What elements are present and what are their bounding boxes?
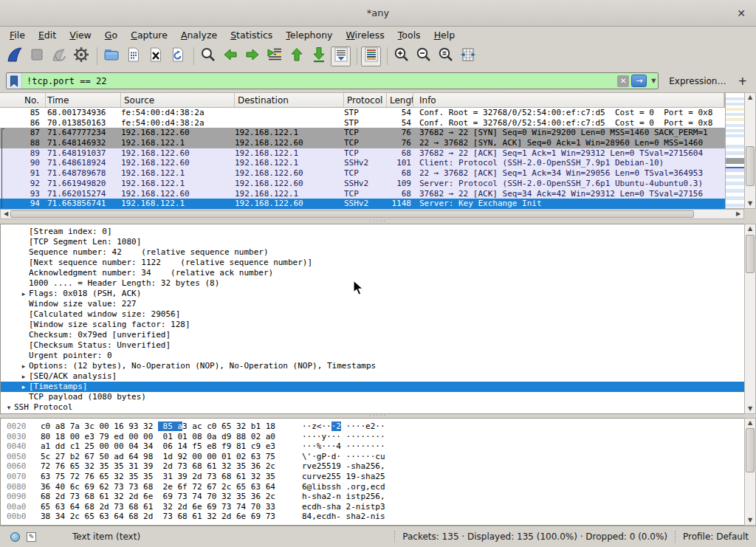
intelligent-scrollbar-minimap[interactable] (725, 92, 744, 209)
details-vscrollbar[interactable]: ▲ ▼ (744, 224, 756, 414)
hex-row[interactable]: 0020c0 a8 7a 3c 00 16 93 32 85 a3 ac c0 … (7, 422, 744, 432)
menu-file[interactable]: File (3, 27, 32, 43)
open-file-button[interactable] (101, 47, 121, 66)
menu-capture[interactable]: Capture (124, 27, 174, 43)
hex-row[interactable]: 0040a1 dd c1 25 00 00 04 34 06 14 f5 e8 … (7, 441, 744, 452)
scrollbar-thumb[interactable] (10, 210, 694, 218)
detail-line[interactable]: Window size value: 227 (1, 299, 744, 309)
detail-line[interactable]: 1000 .... = Header Length: 32 bytes (8) (1, 278, 744, 289)
menu-analyze[interactable]: Analyze (174, 27, 224, 43)
restart-capture-button[interactable] (49, 47, 69, 66)
column-header-info[interactable]: Info (413, 93, 724, 107)
bytes-vscrollbar[interactable]: ▲ ▼ (744, 418, 756, 526)
scroll-down-icon[interactable]: ▼ (745, 516, 755, 525)
menu-go[interactable]: Go (98, 27, 124, 43)
detail-line[interactable]: Checksum: 0x79ed [unverified] (1, 330, 744, 340)
expander-down-icon[interactable]: ▾ (4, 402, 14, 413)
scroll-up-icon[interactable]: ▲ (745, 93, 755, 102)
menu-view[interactable]: View (63, 27, 98, 43)
zoom-out-button[interactable] (413, 47, 433, 66)
colorize-button[interactable] (361, 47, 381, 66)
go-to-packet-button[interactable] (264, 47, 284, 66)
expander-right-icon[interactable]: ▸ (18, 371, 29, 382)
title-bar[interactable]: *any ✕ (0, 0, 756, 27)
detail-line[interactable]: Urgent pointer: 0 (1, 351, 744, 361)
packet-row[interactable]: 8568.001734936fe:54:00:d4:38:2aSTP54Conf… (0, 108, 725, 118)
filter-dropdown-caret-icon[interactable]: ▼ (649, 78, 658, 84)
scrollbar-thumb[interactable] (746, 235, 755, 273)
scrollbar-thumb[interactable] (746, 146, 755, 186)
detail-line[interactable]: ▸[SEQ/ACK analysis] (1, 371, 744, 382)
auto-scroll-button[interactable] (331, 47, 351, 66)
detail-line[interactable]: Acknowledgment number: 34 (relative ack … (1, 268, 744, 278)
detail-line[interactable]: [Checksum Status: Unverified] (1, 340, 744, 351)
scroll-right-icon[interactable]: ▶ (733, 210, 743, 219)
scroll-down-icon[interactable]: ▼ (745, 199, 755, 208)
column-header-no[interactable]: No. (0, 93, 46, 107)
packet-row[interactable]: 9271.661949820192.168.122.1192.168.122.6… (0, 179, 725, 189)
hex-row[interactable]: 006072 76 65 32 35 35 31 39 2d 73 68 61 … (7, 461, 744, 472)
packet-row[interactable]: 9371.662015274192.168.122.60192.168.122.… (0, 189, 725, 199)
capture-options-button[interactable] (71, 47, 91, 66)
menu-telephony[interactable]: Telephony (279, 27, 339, 43)
capture-comment-icon[interactable]: ✎ (27, 532, 36, 542)
packet-list-vscrollbar[interactable]: ▲ ▼ (744, 92, 756, 209)
menu-tools[interactable]: Tools (391, 27, 427, 43)
expression-button[interactable]: Expression… (669, 76, 726, 86)
menu-statistics[interactable]: Statistics (224, 27, 279, 43)
menu-wireless[interactable]: Wireless (340, 27, 391, 43)
expander-right-icon[interactable]: ▸ (18, 289, 29, 299)
packet-row[interactable]: 9171.648789678192.168.122.1192.168.122.6… (0, 168, 725, 179)
detail-line[interactable]: Sequence number: 42 (relative sequence n… (1, 247, 744, 258)
packet-row[interactable]: 8871.648146932192.168.122.1192.168.122.6… (0, 138, 725, 148)
scroll-up-icon[interactable]: ▲ (745, 224, 755, 233)
zoom-in-button[interactable] (391, 47, 411, 66)
column-header-destination[interactable]: Destination (235, 93, 344, 107)
resize-columns-button[interactable] (458, 47, 478, 66)
detail-line[interactable]: TCP payload (1080 bytes) (1, 392, 744, 402)
go-last-button[interactable] (309, 47, 329, 66)
detail-line[interactable]: [TCP Segment Len: 1080] (1, 237, 744, 247)
packet-row[interactable]: 9071.648618924192.168.122.60192.168.122.… (0, 158, 725, 168)
packet-row[interactable]: 9471.663856741192.168.122.1192.168.122.6… (0, 199, 725, 209)
find-packet-button[interactable] (198, 47, 218, 66)
hex-row[interactable]: 008036 40 6c 69 62 73 73 68 2e 6f 72 67 … (7, 482, 744, 492)
stop-capture-button[interactable] (27, 47, 47, 66)
filter-clear-icon[interactable]: ✕ (617, 75, 629, 87)
detail-line[interactable]: [Window size scaling factor: 128] (1, 320, 744, 330)
expander-right-icon[interactable]: ▸ (18, 382, 29, 392)
column-header-time[interactable]: Time (46, 93, 121, 107)
hex-row[interactable]: 009068 2d 73 68 61 32 2d 6e 69 73 74 70 … (7, 492, 744, 502)
scroll-up-icon[interactable]: ▲ (745, 419, 755, 427)
go-first-button[interactable] (286, 47, 306, 66)
scrollbar-thumb[interactable] (746, 428, 755, 472)
expander-right-icon[interactable]: ▸ (18, 361, 29, 371)
packet-row[interactable]: 8670.013850163fe:54:00:d4:38:2aSTP54Conf… (0, 118, 725, 128)
filter-text[interactable]: !tcp.port == 22 (22, 76, 617, 86)
save-file-button[interactable] (123, 47, 143, 66)
display-filter-input[interactable]: !tcp.port == 22 ✕ → ▼ (6, 72, 659, 89)
reload-file-button[interactable] (168, 47, 188, 66)
detail-line[interactable]: ▾SSH Protocol (1, 402, 744, 413)
hex-row[interactable]: 003080 18 00 e3 79 ed 00 00 01 01 08 0a … (7, 432, 744, 442)
column-header-length[interactable]: Length (387, 93, 413, 107)
scroll-down-icon[interactable]: ▼ (745, 405, 755, 413)
close-file-button[interactable] (145, 47, 165, 66)
hex-row[interactable]: 00b038 34 2c 65 63 64 68 2d 73 68 61 32 … (7, 512, 744, 522)
detail-line[interactable]: ▸Options: (12 bytes), No-Operation (NOP)… (1, 361, 744, 371)
packet-row[interactable]: 8771.647777234192.168.122.60192.168.122.… (0, 128, 725, 138)
go-next-button[interactable] (242, 47, 262, 66)
expert-info-icon[interactable] (10, 532, 20, 542)
detail-line[interactable]: ▸[Timestamps] (1, 382, 744, 392)
menu-edit[interactable]: Edit (32, 27, 63, 43)
detail-line[interactable]: ▸Flags: 0x018 (PSH, ACK) (1, 289, 744, 299)
column-header-source[interactable]: Source (121, 93, 235, 107)
hex-row[interactable]: 00505c 27 b2 67 50 ad 64 98 1d 92 00 00 … (7, 452, 744, 462)
scroll-left-icon[interactable]: ◀ (1, 210, 11, 219)
hex-row[interactable]: 007063 75 72 76 65 32 35 35 31 39 2d 73 … (7, 472, 744, 482)
start-capture-button[interactable] (4, 47, 24, 66)
go-previous-button[interactable] (220, 47, 240, 66)
filter-apply-icon[interactable]: → (631, 75, 647, 87)
packet-row[interactable]: 8971.648191037192.168.122.60192.168.122.… (0, 148, 725, 159)
zoom-reset-button[interactable] (436, 47, 456, 66)
